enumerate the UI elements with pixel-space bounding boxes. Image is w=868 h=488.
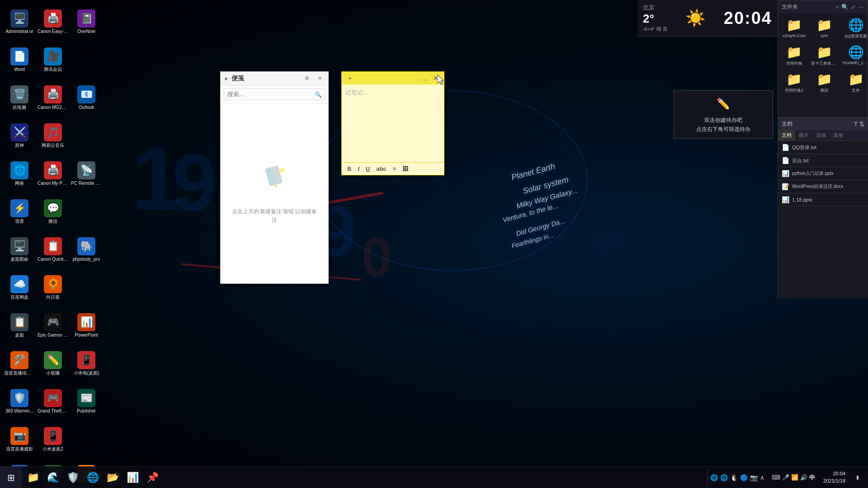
icon-administrator[interactable]: 🖥️ Administrat or xyxy=(4,4,35,40)
icon-epic-games[interactable]: 🎮 Epic Games Launcher xyxy=(37,307,69,343)
input-method[interactable]: 中 xyxy=(809,474,815,482)
tray-icon-3[interactable]: 🐧 xyxy=(730,474,738,481)
icon-daolei[interactable]: ⚡ 迅雷 xyxy=(4,193,35,230)
folder-file-7[interactable]: 📁 空间钓鱼2 xyxy=(781,70,807,95)
file-list-font-icon[interactable]: T xyxy=(854,121,858,127)
sticky-italic-btn[interactable]: I xyxy=(356,164,361,173)
file-list-tabs: 文档 图片 压缩 其他 xyxy=(778,130,868,141)
taskbar-ppt[interactable]: 📊 xyxy=(123,468,142,487)
folder-add-icon[interactable]: + xyxy=(835,4,839,10)
icon-xiangri[interactable]: 🌻 向日葵 xyxy=(37,269,69,305)
memo-search-input[interactable] xyxy=(223,88,326,100)
icon-xunlei-tools[interactable]: 🛠️ 迅雷直播综工具 xyxy=(4,345,35,381)
icon-canon-mg2500[interactable]: 🖨️ Canon MG2500 s... xyxy=(37,80,69,116)
tray-icon-5[interactable]: 📷 xyxy=(750,474,758,481)
icon-yuanshen[interactable]: ⚔️ 原神 xyxy=(4,117,35,154)
folder-file-3[interactable]: 🌐 QQ登录页面 xyxy=(841,16,868,41)
file-mgr-icon: 📂 xyxy=(107,472,119,483)
icon-publisher[interactable]: 📰 Publisher xyxy=(71,383,102,419)
weather-detail: -6+4° 晴 良 xyxy=(643,26,668,33)
sticky-image-btn[interactable]: 🖼 xyxy=(401,164,410,173)
icon-onenote[interactable]: 📓 OneNote xyxy=(71,4,102,40)
memo-title-area: + 便笺 xyxy=(224,75,244,83)
taskbar-chrome[interactable]: 🌐 xyxy=(83,468,102,487)
icon-gta5[interactable]: 🎮 Grand Theft Auto V xyxy=(37,383,69,419)
icon-outlook[interactable]: 📧 Outlook xyxy=(71,80,102,116)
icon-recycle[interactable]: 🗑️ 此电脑 xyxy=(4,80,35,116)
icon-network[interactable]: 🌐 网络 xyxy=(4,155,35,192)
folder-file-5[interactable]: 📁 苏十三鱼鱼后台... xyxy=(809,43,839,68)
start-button[interactable]: ⊞ xyxy=(0,467,22,488)
file-name-2: 后台.txt xyxy=(792,157,809,164)
wifi-icon[interactable]: 📶 xyxy=(791,474,798,481)
memo-settings-icon[interactable]: ⚙ xyxy=(302,74,312,84)
folder-search-icon[interactable]: 🔍 xyxy=(841,4,849,10)
tray-icon-4[interactable]: 🔵 xyxy=(740,474,748,481)
file-icon-3: 📊 xyxy=(782,170,789,177)
folder-file-4[interactable]: 📁 空间钓鱼 xyxy=(781,43,807,68)
icon-xunlei-photo[interactable]: 📷 迅雷直播摄影 xyxy=(4,421,35,457)
icon-phpstudy[interactable]: 🐘 phpstudy_pro xyxy=(71,231,102,267)
sticky-strikethrough-btn[interactable]: abc xyxy=(374,164,388,173)
memo-close-icon[interactable]: ✕ xyxy=(315,74,325,84)
sticky-bold-btn[interactable]: B xyxy=(345,164,353,173)
taskbar-edge[interactable]: 🌊 xyxy=(43,468,62,487)
file-list-header-icons: T ⇅ xyxy=(854,121,864,127)
tab-compress[interactable]: 压缩 xyxy=(812,130,830,141)
memo-add-btn[interactable]: + xyxy=(224,75,228,82)
folder-file-1[interactable]: 📁 v2rayN-Core xyxy=(781,16,807,41)
sticky-header: + ... ✕ xyxy=(342,72,444,84)
folder-more-icon[interactable]: ⋯ xyxy=(858,4,864,10)
folder-file-6[interactable]: 🌐 HUAWEI_zh portal xyxy=(841,43,868,68)
icon-360-warming[interactable]: 🛡️ 360 Warmin... xyxy=(4,383,35,419)
sticky-list-btn[interactable]: ≡ xyxy=(391,164,398,173)
file-item-1[interactable]: 📄 QQ登录.txt xyxy=(778,141,868,154)
icon-zhuomian-tabbar[interactable]: 📋 桌面 xyxy=(4,307,35,343)
keyboard-icon[interactable]: ⌨ xyxy=(772,474,780,481)
icon-tencent-meeting[interactable]: 🎥 腾讯会议 xyxy=(37,42,69,78)
sticky-body[interactable]: 记笔记... xyxy=(342,84,444,162)
file-item-5[interactable]: 📊 1.18.pptx xyxy=(778,193,868,206)
icon-word[interactable]: 📄 Word xyxy=(4,42,35,78)
tray-icon-2[interactable]: 🌐 xyxy=(720,474,728,481)
file-list-title: 文档 xyxy=(782,120,793,128)
icon-canon-my-printer[interactable]: 🖨️ Canon My Printer xyxy=(37,155,69,192)
sticky-close-btn[interactable]: ✕ xyxy=(431,74,440,83)
tab-documents[interactable]: 文档 xyxy=(778,130,795,141)
file-list-sort-icon[interactable]: ⇅ xyxy=(859,121,864,127)
file-name-5: 1.18.pptx xyxy=(792,197,812,202)
taskbar-file-explorer[interactable]: 📁 xyxy=(24,468,42,487)
file-item-2[interactable]: 📄 后台.txt xyxy=(778,154,868,167)
volume-icon[interactable]: 🔊 xyxy=(800,474,807,481)
sticky-add-btn[interactable]: + xyxy=(345,74,354,83)
icon-canon-quick-menu[interactable]: 📋 Canon Quick Menu xyxy=(37,231,69,267)
tab-others[interactable]: 其他 xyxy=(830,130,847,141)
file-item-4[interactable]: 📝 WordPress目录迁历.docx xyxy=(778,180,868,193)
file-item-3[interactable]: 📊 python入门记录.pptx xyxy=(778,167,868,180)
folder-expand-icon[interactable]: ⤢ xyxy=(851,4,856,10)
icon-netease-music[interactable]: 🎵 网易云音乐 xyxy=(37,117,69,154)
show-desktop-btn[interactable]: ▮ xyxy=(851,467,864,488)
folder-file-9[interactable]: 📁 文件 xyxy=(841,70,868,95)
icon-wechat[interactable]: 💬 微信 xyxy=(37,193,69,230)
icon-desktop-mgr[interactable]: 🖥️ 桌面图标 xyxy=(4,231,35,267)
taskbar-sticky[interactable]: 📌 xyxy=(143,468,162,487)
mic-icon[interactable]: 🎤 xyxy=(782,474,789,481)
sticky-underline-btn[interactable]: U xyxy=(364,164,372,173)
icon-powerpoint[interactable]: 📊 PowerPoint xyxy=(71,307,102,343)
tray-icon-1[interactable]: 🌐 xyxy=(710,474,718,481)
tab-images[interactable]: 图片 xyxy=(795,130,812,141)
folder-file-2[interactable]: 📁 zym xyxy=(809,16,839,41)
icon-xiaomi-desktop[interactable]: 📱 小米电(桌面) xyxy=(71,345,102,381)
taskbar-360[interactable]: 🛡️ xyxy=(63,468,82,487)
sticky-more-btn[interactable]: ... xyxy=(420,74,429,83)
taskbar-file-mgr[interactable]: 📂 xyxy=(103,468,122,487)
icon-canon-easy[interactable]: 🖨️ Canon Easy-PhotoPrin... xyxy=(37,4,69,40)
folder-file-8[interactable]: 📁 测试 xyxy=(809,70,839,95)
icon-baidu-pan[interactable]: ☁️ 百度网盘 xyxy=(4,269,35,305)
taskbar-clock[interactable]: 20:04 2021/1/18 xyxy=(820,470,849,484)
tray-expand-btn[interactable]: ∧ xyxy=(760,474,764,481)
icon-xiaomi-desktop2[interactable]: 📱 小米桌面2 xyxy=(37,421,69,457)
icon-pc-remote[interactable]: 📡 PC Remote Receiver xyxy=(71,155,102,192)
icon-xiaobizui[interactable]: ✏️ 小笔嘴 xyxy=(37,345,69,381)
